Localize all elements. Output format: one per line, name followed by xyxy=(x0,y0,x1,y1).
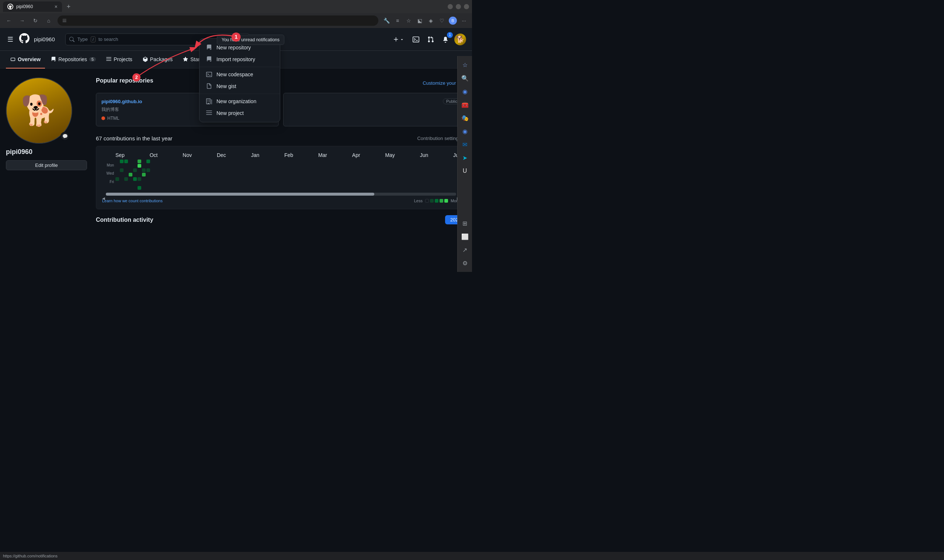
favorites-btn[interactable]: ☆ xyxy=(403,15,414,26)
contrib-cell-37-0 xyxy=(279,160,283,163)
active-tab[interactable]: pipi0960 × xyxy=(3,2,62,12)
contrib-cell-19-0 xyxy=(199,160,203,163)
day-label-mon: Mon xyxy=(102,163,116,167)
back-btn[interactable]: ← xyxy=(3,15,15,26)
sidebar-favorites-icon[interactable]: ☆ xyxy=(459,59,471,71)
repo-card-2: Public xyxy=(283,93,466,126)
contrib-cell-27-0 xyxy=(235,160,239,163)
contrib-cell-36-6 xyxy=(275,186,278,190)
browser-toolbar: 🔧 ≡ ☆ ⬕ ◈ ♡ B ··· xyxy=(381,15,469,26)
contrib-cell-3-0 xyxy=(129,160,133,163)
sidebar-extension-icon[interactable]: 🎭 xyxy=(459,112,471,124)
refresh-btn[interactable]: ↻ xyxy=(29,15,41,26)
nav-projects[interactable]: Projects xyxy=(102,51,137,69)
tab-title: pipi0960 xyxy=(16,4,33,9)
contrib-cell-13-0 xyxy=(173,160,177,163)
sidebar-split-icon[interactable]: ⬜ xyxy=(459,231,471,242)
sidebar-outlook-icon[interactable]: ✉ xyxy=(459,138,471,150)
dropdown-new-codespace[interactable]: New codespace xyxy=(199,69,280,80)
contrib-cell-12-2 xyxy=(168,168,172,172)
contrib-cell-43-3 xyxy=(306,173,309,177)
sidebar-popup-icon[interactable]: ↗ xyxy=(459,244,471,256)
terminal-btn[interactable] xyxy=(410,34,422,45)
contrib-cell-52-0 xyxy=(346,160,349,163)
pull-requests-btn[interactable] xyxy=(425,34,437,45)
dropdown-new-project[interactable]: New project xyxy=(199,107,280,119)
profile-btn[interactable]: B xyxy=(448,15,458,26)
contrib-cell-31-3 xyxy=(253,173,256,177)
minimize-btn[interactable] xyxy=(448,4,453,9)
address-bar[interactable]: https://github.com/pipi0960 xyxy=(57,15,378,26)
contrib-cell-6-5 xyxy=(142,182,146,185)
sidebar-search-icon[interactable]: 🔍 xyxy=(459,72,471,84)
contrib-cell-29-6 xyxy=(244,186,247,190)
extensions-btn[interactable]: 🔧 xyxy=(381,15,392,26)
contrib-cell-10-5 xyxy=(160,182,164,185)
sidebar-tools-icon[interactable]: 🧰 xyxy=(459,99,471,111)
contrib-cell-29-3 xyxy=(244,173,247,177)
contrib-cell-44-0 xyxy=(310,160,314,163)
sidebar-settings-icon[interactable]: ⚙ xyxy=(459,257,471,269)
more-btn[interactable]: ··· xyxy=(459,15,469,26)
close-window-btn[interactable] xyxy=(464,4,469,9)
sidebar-browser-icon[interactable]: ◉ xyxy=(459,86,471,97)
edit-profile-btn[interactable]: Edit profile xyxy=(6,160,87,170)
contributions-graph: Sep Oct Nov Dec Jan Feb Mar Apr May Jun … xyxy=(96,146,466,209)
repo-name-1[interactable]: pipi0960.github.io xyxy=(102,99,142,104)
contrib-cell-21-3 xyxy=(208,173,212,177)
forward-btn[interactable]: → xyxy=(16,15,28,26)
tab-close-btn[interactable]: × xyxy=(55,4,57,9)
contrib-cell-23-0 xyxy=(217,160,221,163)
github-logo[interactable] xyxy=(19,33,29,46)
contrib-cell-27-6 xyxy=(235,186,239,190)
scroll-left-btn[interactable]: ◀ xyxy=(102,196,105,200)
contrib-cell-47-5 xyxy=(323,182,327,185)
contrib-scrollbar[interactable]: ◀ ▶ xyxy=(102,193,460,195)
nav-overview[interactable]: Overview xyxy=(6,51,45,69)
contrib-cell-40-3 xyxy=(292,173,296,177)
contrib-cell-8-5 xyxy=(151,182,154,185)
dropdown-new-gist[interactable]: New gist xyxy=(199,80,280,92)
month-sep: Sep xyxy=(116,152,125,158)
create-new-btn[interactable] xyxy=(390,35,407,44)
contrib-cell-26-2 xyxy=(230,168,234,172)
learn-contributions-link[interactable]: Learn how we count contributions xyxy=(102,198,163,203)
month-feb: Feb xyxy=(284,152,293,158)
contrib-cell-12-3 xyxy=(168,173,172,177)
contrib-cell-45-5 xyxy=(315,182,318,185)
nav-packages[interactable]: Packages xyxy=(138,51,177,69)
contrib-cell-39-5 xyxy=(288,182,292,185)
legend-cell-2 xyxy=(435,199,438,203)
nav-repositories[interactable]: Repositories 5 xyxy=(46,51,100,69)
contrib-cell-1-0 xyxy=(120,160,123,163)
dropdown-import-repo[interactable]: Import repository xyxy=(199,54,280,65)
contrib-cell-23-4 xyxy=(217,177,221,181)
contrib-cell-29-1 xyxy=(244,164,247,168)
sidebar-send-icon[interactable]: ➤ xyxy=(459,152,471,163)
sidebar-edge-icon[interactable]: ◉ xyxy=(459,125,471,137)
contrib-cell-35-3 xyxy=(270,173,274,177)
inbox-btn[interactable]: 1 xyxy=(440,34,451,45)
user-avatar[interactable]: 🐕 xyxy=(454,34,466,45)
contrib-cell-4-1 xyxy=(133,164,137,168)
web3-btn[interactable]: ◈ xyxy=(426,15,436,26)
contrib-cell-8-3 xyxy=(151,173,154,177)
split-btn[interactable]: ⬕ xyxy=(415,15,425,26)
contrib-cell-16-0 xyxy=(186,160,190,163)
contrib-cell-0-5 xyxy=(116,182,119,185)
contrib-cell-26-3 xyxy=(230,173,234,177)
maximize-btn[interactable] xyxy=(456,4,461,9)
contrib-cell-6-3 xyxy=(142,173,146,177)
url-input[interactable]: https://github.com/pipi0960 xyxy=(69,18,374,23)
contrib-cell-43-5 xyxy=(306,182,309,185)
home-btn[interactable]: ⌂ xyxy=(43,15,55,26)
sidebar-ubiquiti-icon[interactable]: U xyxy=(459,165,471,177)
dropdown-new-org[interactable]: New organization xyxy=(199,95,280,107)
sidebar-customise-icon[interactable]: ⊞ xyxy=(459,217,471,229)
contrib-cell-48-4 xyxy=(328,177,332,181)
reader-mode-btn[interactable]: ≡ xyxy=(392,15,403,26)
copilot-btn[interactable]: ♡ xyxy=(437,15,447,26)
hamburger-menu[interactable]: ☰ xyxy=(6,34,15,45)
new-tab-btn[interactable]: + xyxy=(63,2,74,12)
contrib-cell-12-5 xyxy=(168,182,172,185)
